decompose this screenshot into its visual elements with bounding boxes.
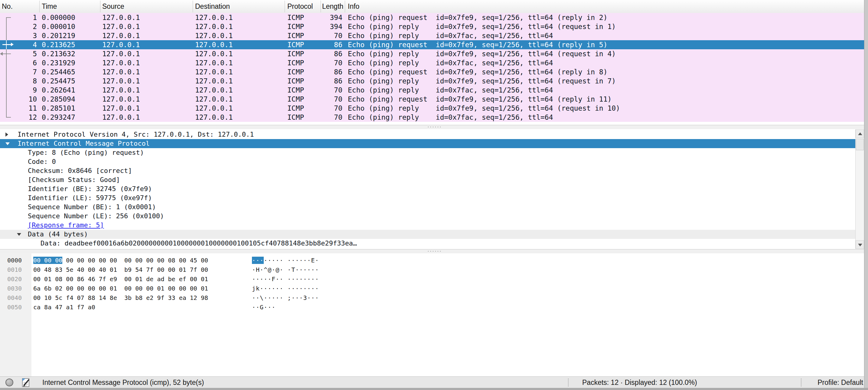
column-header-info[interactable]: Info <box>348 0 359 13</box>
ascii-bytes[interactable]: ········ ······E· <box>252 256 319 265</box>
detail-row[interactable]: Sequence Number (BE): 1 (0x0001) <box>0 202 855 212</box>
cell-info: Echo (ping) reply id=0x7fac, seq=1/256, … <box>348 31 553 40</box>
hex-bytes[interactable]: 6a 6b 02 00 00 00 00 01 00 00 00 01 00 0… <box>33 284 208 293</box>
cell-destination: 127.0.0.1 <box>195 13 233 22</box>
hex-selected-bytes: 00 00 00 <box>33 257 62 264</box>
packet-row[interactable]: 110.285101127.0.0.1127.0.0.1ICMP70Echo (… <box>0 104 864 113</box>
detail-row[interactable]: Checksum: 0x8646 [correct] <box>0 166 855 175</box>
cell-destination: 127.0.0.1 <box>195 22 233 31</box>
detail-row[interactable]: Sequence Number (LE): 256 (0x0100) <box>0 212 855 221</box>
hex-row: 002000 01 08 00 86 46 7f e9 00 01 de ad … <box>0 274 864 284</box>
packet-row[interactable]: 30.201219127.0.0.1127.0.0.1ICMP70Echo (p… <box>0 31 864 40</box>
hex-row: 0050ca 8a 47 a1 f7 a0··G··· <box>0 303 864 312</box>
hex-byte-run: 00 10 5c f4 07 88 14 8e 3b b8 e2 9f 33 e… <box>33 294 208 301</box>
window-right-edge <box>864 0 868 388</box>
expand-triangle-icon[interactable] <box>5 132 8 137</box>
packet-row[interactable]: 120.293247127.0.0.1127.0.0.1ICMP70Echo (… <box>0 113 864 122</box>
status-bar: Internet Control Message Protocol (icmp)… <box>0 377 868 388</box>
column-header-destination[interactable]: Destination <box>195 0 230 13</box>
ascii-bytes[interactable]: ··\····· ;···3··· <box>252 293 319 303</box>
cell-protocol: ICMP <box>287 76 304 86</box>
detail-row[interactable]: Internet Control Message Protocol <box>0 139 855 148</box>
packet-row[interactable]: 50.213632127.0.0.1127.0.0.1ICMP86Echo (p… <box>0 49 864 58</box>
column-header-length[interactable]: Length <box>322 0 344 13</box>
cell-protocol: ICMP <box>287 22 304 31</box>
column-header-time[interactable]: Time <box>42 0 57 13</box>
hex-byte-run: 00 48 83 5e 40 00 40 01 b9 54 7f 00 00 0… <box>33 266 208 273</box>
packet-row[interactable]: 10.000000127.0.0.1127.0.0.1ICMP394Echo (… <box>0 13 864 22</box>
ascii-bytes[interactable]: ··G··· <box>252 303 276 312</box>
cell-destination: 127.0.0.1 <box>195 113 233 122</box>
packet-row[interactable]: 60.231929127.0.0.1127.0.0.1ICMP70Echo (p… <box>0 58 864 67</box>
column-header-source[interactable]: Source <box>102 0 124 13</box>
cell-source: 127.0.0.1 <box>102 67 140 76</box>
ascii-bytes[interactable]: jk······ ········ <box>252 284 319 293</box>
cell-info: Echo (ping) reply id=0x7fe9, seq=1/256, … <box>348 76 616 86</box>
splitter-handle-dots <box>427 251 441 252</box>
status-profile[interactable]: Profile: Default <box>817 377 863 388</box>
column-separator[interactable] <box>39 1 40 12</box>
packet-row[interactable]: 80.254475127.0.0.1127.0.0.1ICMP86Echo (p… <box>0 76 864 86</box>
details-scrollbar[interactable] <box>855 129 864 249</box>
ascii-run: ····· ······E· <box>264 257 319 264</box>
detail-row[interactable]: Data: deadbeef00016a6b020000000001000000… <box>0 239 855 248</box>
column-separator[interactable] <box>100 1 100 12</box>
detail-row[interactable]: Type: 8 (Echo (ping) request) <box>0 148 855 157</box>
cell-protocol: ICMP <box>287 86 304 95</box>
related-last-tick <box>6 117 11 118</box>
status-separator <box>568 379 568 386</box>
hex-offset: 0010 <box>7 265 22 274</box>
hex-byte-run: ca 8a 47 a1 f7 a0 <box>33 303 95 311</box>
ascii-bytes[interactable]: ·H·^@·@· ·T······ <box>252 265 319 274</box>
capture-comment-icon[interactable] <box>22 378 30 387</box>
detail-row[interactable]: Internet Protocol Version 4, Src: 127.0.… <box>0 130 855 139</box>
hex-bytes[interactable]: ca 8a 47 a1 f7 a0 <box>33 303 95 312</box>
cell-time: 0.201219 <box>42 31 75 40</box>
packet-row[interactable]: 100.285094127.0.0.1127.0.0.1ICMP70Echo (… <box>0 95 864 104</box>
detail-text: Data: deadbeef00016a6b020000000001000000… <box>40 239 357 248</box>
cell-info: Echo (ping) reply id=0x7fe9, seq=1/256, … <box>348 104 620 113</box>
cell-length: 394 <box>314 22 342 31</box>
detail-row[interactable]: [Response frame: 5] <box>0 221 855 230</box>
cell-info: Echo (ping) reply id=0x7fe9, seq=1/256, … <box>348 49 616 58</box>
cell-time: 0.254465 <box>42 67 75 76</box>
related-first-tick <box>6 17 11 18</box>
detail-text: Data (44 bytes) <box>28 230 88 239</box>
hex-row: 001000 48 83 5e 40 00 40 01 b9 54 7f 00 … <box>0 265 864 274</box>
packet-row[interactable]: 20.000010127.0.0.1127.0.0.1ICMP394Echo (… <box>0 22 864 31</box>
hex-bytes[interactable]: 00 10 5c f4 07 88 14 8e 3b b8 e2 9f 33 e… <box>33 293 208 303</box>
cell-length: 70 <box>314 104 342 113</box>
column-separator[interactable] <box>345 1 345 12</box>
detail-row[interactable]: Identifier (BE): 32745 (0x7fe9) <box>0 185 855 194</box>
expert-info-icon[interactable] <box>5 379 13 386</box>
response-frame-link[interactable]: [Response frame: 5] <box>28 221 104 230</box>
column-header-protocol[interactable]: Protocol <box>287 0 313 13</box>
hex-bytes[interactable]: 00 00 00 00 00 00 00 00 00 00 00 00 08 0… <box>33 256 208 265</box>
hex-byte-run: 00 01 08 00 86 46 7f e9 00 01 de ad be e… <box>33 275 208 283</box>
column-separator[interactable] <box>193 1 193 12</box>
detail-row[interactable]: Data (44 bytes) <box>0 230 855 239</box>
scrollbar-thumb[interactable] <box>856 139 864 150</box>
cell-destination: 127.0.0.1 <box>195 86 233 95</box>
column-separator[interactable] <box>285 1 285 12</box>
detail-text: Sequence Number (LE): 256 (0x0100) <box>28 212 164 221</box>
packet-row[interactable]: 40.213625127.0.0.1127.0.0.1ICMP86Echo (p… <box>0 40 864 49</box>
hex-bytes[interactable]: 00 01 08 00 86 46 7f e9 00 01 de ad be e… <box>33 274 208 284</box>
cell-time: 0.285101 <box>42 104 75 113</box>
hex-bytes[interactable]: 00 48 83 5e 40 00 40 01 b9 54 7f 00 00 0… <box>33 265 208 274</box>
collapse-triangle-icon[interactable] <box>17 233 21 236</box>
detail-row[interactable]: Identifier (LE): 59775 (0xe97f) <box>0 194 855 202</box>
cell-source: 127.0.0.1 <box>102 104 140 113</box>
cell-info: Echo (ping) request id=0x7fe9, seq=1/256… <box>348 40 608 49</box>
detail-row[interactable]: [Checksum Status: Good] <box>0 175 855 185</box>
ascii-bytes[interactable]: ·····F·· ········ <box>252 274 319 284</box>
column-separator[interactable] <box>320 1 321 12</box>
collapse-triangle-icon[interactable] <box>5 142 10 145</box>
scroll-down-button[interactable] <box>856 240 864 249</box>
packet-row[interactable]: 90.262641127.0.0.1127.0.0.1ICMP70Echo (p… <box>0 86 864 95</box>
detail-row[interactable]: Code: 0 <box>0 157 855 166</box>
scroll-up-button[interactable] <box>856 129 864 138</box>
column-header-no[interactable]: No. <box>2 0 13 13</box>
cell-source: 127.0.0.1 <box>102 13 140 22</box>
packet-row[interactable]: 70.254465127.0.0.1127.0.0.1ICMP86Echo (p… <box>0 67 864 76</box>
